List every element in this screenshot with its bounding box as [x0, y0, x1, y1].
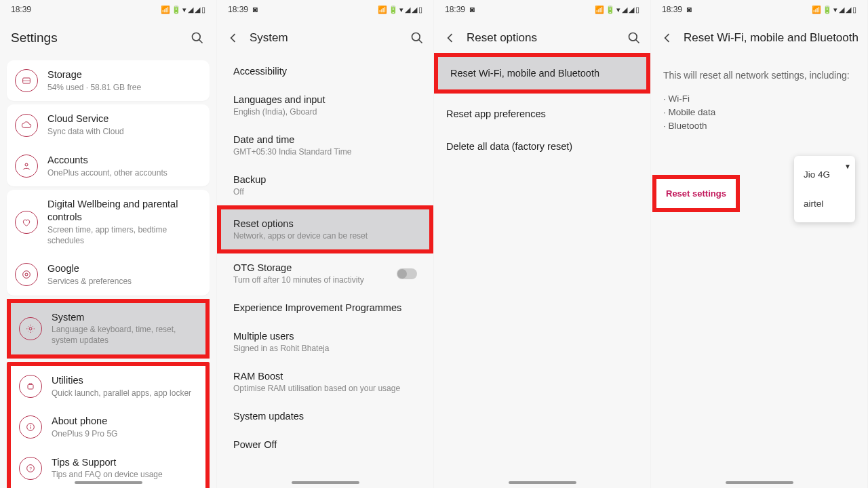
- nav-pill[interactable]: [292, 481, 359, 484]
- svg-point-16: [629, 33, 637, 41]
- chevron-down-icon: ▼: [844, 163, 851, 170]
- search-icon[interactable]: [189, 30, 205, 46]
- item-title: Experience Improvement Programmes: [233, 302, 417, 313]
- settings-item-google[interactable]: GoogleServices & preferences: [7, 254, 210, 295]
- item-subtitle: Optimise RAM utilisation based on your u…: [233, 384, 417, 393]
- search-icon[interactable]: [409, 30, 425, 46]
- system-item[interactable]: RAM BoostOptimise RAM utilisation based …: [221, 362, 429, 402]
- reset-network-body: This will reset all network settings, in…: [651, 57, 867, 145]
- reset-settings-button[interactable]: Reset settings: [656, 179, 736, 208]
- svg-line-17: [636, 40, 639, 43]
- item-subtitle: Turn off after 10 minutes of inactivity: [233, 275, 417, 285]
- back-icon[interactable]: [225, 30, 241, 46]
- reset-option-item[interactable]: Delete all data (factory reset): [434, 130, 650, 163]
- item-subtitle: Tips and FAQ on device usage: [52, 470, 197, 481]
- system-item[interactable]: OTG StorageTurn off after 10 minutes of …: [221, 253, 429, 293]
- settings-item-about[interactable]: About phoneOnePlus 9 Pro 5G: [11, 407, 205, 447]
- system-item[interactable]: Languages and inputEnglish (India), Gboa…: [221, 85, 429, 125]
- back-icon[interactable]: [659, 30, 675, 46]
- google-icon: [15, 263, 38, 286]
- dropdown-option[interactable]: airtel: [794, 189, 855, 218]
- back-icon[interactable]: [442, 30, 458, 46]
- reset-options-list: Reset Wi-Fi, mobile and BluetoothReset a…: [434, 53, 650, 163]
- item-title: Accounts: [47, 154, 201, 167]
- system-item[interactable]: Date and timeGMT+05:30 India Standard Ti…: [221, 125, 429, 165]
- cloud-icon: [15, 114, 38, 137]
- status-icons: 📶 🔋 ▾ ◢ ◢ ▯: [161, 5, 205, 14]
- screen-reset-options: 18:39 ◙ 📶 🔋 ▾ ◢ ◢ ▯ Reset options Reset …: [434, 0, 651, 488]
- system-header: System: [217, 19, 433, 57]
- item-subtitle: Screen time, app timers, bedtime schedul…: [47, 225, 201, 246]
- item-title: Date and time: [233, 134, 417, 145]
- item-subtitle: GMT+05:30 India Standard Time: [233, 147, 417, 157]
- system-item[interactable]: Multiple usersSigned in as Rohit Bhateja: [221, 322, 429, 362]
- status-time: 18:39 ◙: [445, 5, 475, 14]
- item-title: Accessibility: [233, 66, 417, 77]
- svg-text:?: ?: [29, 466, 32, 470]
- reset-settings-highlight: Reset settings: [652, 175, 740, 212]
- reset-network-header: Reset Wi-Fi, mobile and Bluetooth: [651, 19, 867, 57]
- svg-rect-8: [28, 384, 33, 389]
- sim-dropdown[interactable]: ▼ Jio 4Gairtel: [794, 156, 855, 222]
- item-title: Utilities: [52, 374, 197, 387]
- system-item[interactable]: Accessibility: [221, 57, 429, 85]
- toggle-switch[interactable]: [397, 268, 417, 279]
- svg-line-15: [419, 40, 422, 43]
- svg-point-7: [29, 327, 32, 330]
- reset-option-item[interactable]: Reset Wi-Fi, mobile and Bluetooth: [434, 53, 650, 94]
- item-subtitle: Off: [233, 187, 417, 197]
- item-subtitle: Signed in as Rohit Bhateja: [233, 344, 417, 353]
- item-subtitle: OnePlus account, other accounts: [47, 168, 201, 179]
- item-subtitle: OnePlus 9 Pro 5G: [52, 429, 197, 440]
- screen-reset-network: 18:39 ◙ 📶 🔋 ▾ ◢ ◢ ▯ Reset Wi-Fi, mobile …: [651, 0, 868, 488]
- item-title: Storage: [47, 68, 201, 81]
- bullet-item: · Bluetooth: [663, 119, 855, 133]
- system-item[interactable]: Experience Improvement Programmes: [221, 293, 429, 322]
- status-bar: 18:39 ◙ 📶 🔋 ▾ ◢ ◢ ▯: [434, 0, 650, 19]
- bullet-item: · Wi-Fi: [663, 92, 855, 106]
- item-subtitle: Network, apps or device can be reset: [233, 231, 417, 241]
- item-title: Google: [47, 262, 201, 275]
- status-time: 18:39: [11, 5, 31, 14]
- svg-point-4: [25, 163, 28, 166]
- system-list: AccessibilityLanguages and inputEnglish …: [217, 57, 433, 459]
- item-subtitle: Sync data with Cloud: [47, 127, 201, 138]
- system-item[interactable]: System updates: [221, 402, 429, 430]
- item-title: Languages and input: [233, 94, 417, 105]
- item-title: Multiple users: [233, 331, 417, 342]
- svg-point-6: [23, 271, 31, 279]
- item-title: Cloud Service: [47, 113, 201, 125]
- nav-pill[interactable]: [75, 481, 142, 484]
- nav-pill[interactable]: [509, 481, 576, 484]
- system-item[interactable]: Reset optionsNetwork, apps or device can…: [217, 205, 433, 253]
- settings-item-system[interactable]: SystemLanguage & keyboard, time, reset, …: [11, 303, 205, 354]
- svg-line-1: [199, 40, 203, 43]
- settings-item-account[interactable]: AccountsOnePlus account, other accounts: [7, 146, 210, 186]
- account-icon: [15, 155, 38, 178]
- settings-item-wellbeing[interactable]: Digital Wellbeing and parental controlsS…: [7, 190, 210, 254]
- about-icon: [19, 415, 42, 439]
- nav-pill[interactable]: [726, 481, 793, 484]
- status-icons: 📶 🔋 ▾ ◢ ◢ ▯: [812, 5, 856, 14]
- item-title: About phone: [52, 415, 197, 428]
- reset-option-item[interactable]: Reset app preferences: [434, 98, 650, 130]
- system-highlight: SystemLanguage & keyboard, time, reset, …: [7, 299, 210, 359]
- item-title: Digital Wellbeing and parental controls: [47, 198, 201, 224]
- system-item[interactable]: Power Off: [221, 430, 429, 459]
- item-title: Power Off: [233, 439, 417, 450]
- status-bar: 18:39 ◙ 📶 🔋 ▾ ◢ ◢ ▯: [217, 0, 433, 19]
- system-item[interactable]: BackupOff: [221, 165, 429, 205]
- tips-icon: ?: [19, 457, 42, 480]
- item-title: Backup: [233, 174, 417, 185]
- settings-item-cloud[interactable]: Cloud ServiceSync data with Cloud: [7, 104, 210, 145]
- wellbeing-icon: [15, 211, 38, 234]
- settings-item-utilities[interactable]: UtilitiesQuick launch, parallel apps, ap…: [11, 366, 205, 407]
- reset-header: Reset options: [434, 19, 650, 57]
- svg-point-0: [193, 33, 201, 41]
- storage-icon: [15, 69, 38, 92]
- page-title: Settings: [11, 30, 181, 45]
- settings-item-storage[interactable]: Storage54% used · 58.81 GB free: [7, 60, 210, 101]
- search-icon[interactable]: [626, 30, 642, 46]
- item-title: System updates: [233, 411, 417, 422]
- utilities-icon: [19, 375, 42, 398]
